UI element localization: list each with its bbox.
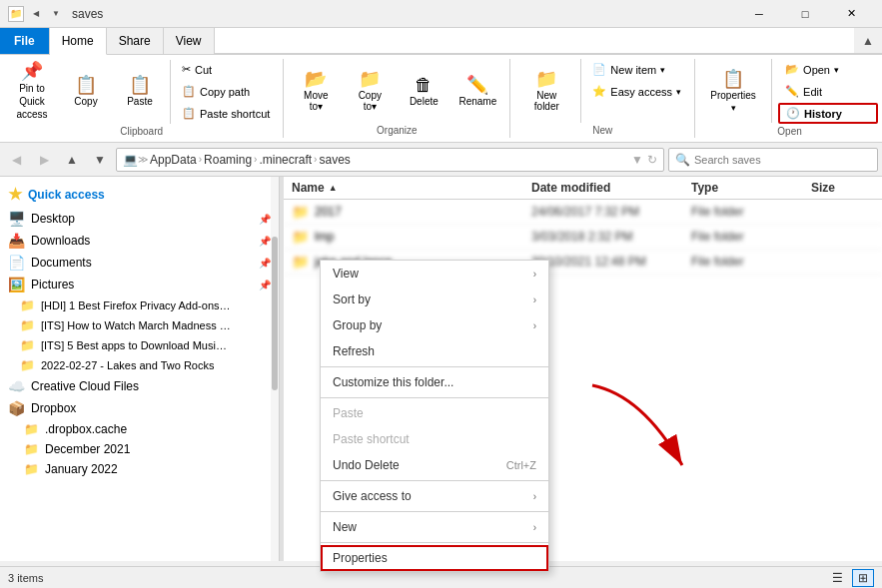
- history-button[interactable]: 🕐 History: [778, 103, 878, 124]
- open-label: Open: [803, 64, 830, 76]
- quick-access-header[interactable]: ★ Quick access: [0, 181, 279, 208]
- recent-button[interactable]: ▼: [88, 148, 112, 172]
- ctx-undo-delete[interactable]: Undo Delete Ctrl+Z: [321, 452, 548, 478]
- copy-button[interactable]: 📋 Copy: [60, 60, 112, 124]
- move-to-button[interactable]: 📂 Moveto▾: [290, 59, 342, 123]
- paste-shortcut-button[interactable]: 📋 Paste shortcut: [175, 103, 277, 124]
- col-header-size[interactable]: Size: [811, 181, 882, 195]
- star-icon: ★: [8, 185, 22, 204]
- path-minecraft[interactable]: .minecraft: [259, 153, 312, 167]
- easy-access-button[interactable]: ⭐ Easy access ▾: [585, 81, 688, 102]
- pin-icon: 📌: [21, 62, 43, 80]
- edit-label: Edit: [803, 86, 822, 98]
- properties-button[interactable]: 📋 Properties ▾: [701, 59, 765, 123]
- ctx-properties[interactable]: Properties: [321, 545, 548, 571]
- creative-cloud-label: Creative Cloud Files: [31, 379, 139, 393]
- divider: [170, 60, 171, 124]
- ctx-view[interactable]: View ›: [321, 261, 548, 287]
- address-dropdown[interactable]: ▼: [631, 153, 643, 167]
- sidebar-item-dropbox[interactable]: 📦 Dropbox: [0, 397, 279, 419]
- sidebar-item-downloads[interactable]: 📥 Downloads 📌: [0, 230, 279, 252]
- refresh-button[interactable]: ↻: [647, 153, 657, 167]
- rename-icon: ✏️: [466, 76, 488, 94]
- clipboard-label: Clipboard: [120, 126, 163, 139]
- sidebar-item-pictures[interactable]: 🖼️ Pictures 📌: [0, 274, 279, 295]
- sidebar-item-recent-2[interactable]: 📁 [ITS] How to Watch March Madness 202..…: [0, 315, 279, 335]
- sidebar-item-desktop[interactable]: 🖥️ Desktop 📌: [0, 208, 279, 230]
- path-saves[interactable]: saves: [319, 153, 350, 167]
- paste-button[interactable]: 📋 Paste: [114, 60, 166, 124]
- sidebar-scrollbar[interactable]: [271, 177, 279, 561]
- copy-path-icon: 📋: [182, 85, 196, 98]
- search-input[interactable]: [694, 154, 871, 166]
- properties-icon: 📋: [722, 70, 744, 88]
- forward-button[interactable]: ▶: [32, 148, 56, 172]
- documents-label: Documents: [31, 256, 92, 270]
- pin-quick-access-button[interactable]: 📌 Pin to Quickaccess: [6, 60, 58, 124]
- sidebar-item-recent-3[interactable]: 📁 [ITS] 5 Best apps to Download Music on…: [0, 335, 279, 355]
- copy-path-button[interactable]: 📋 Copy path: [175, 81, 277, 102]
- rename-button[interactable]: ✏️ Rename: [451, 59, 503, 123]
- sidebar-item-creative-cloud[interactable]: ☁️ Creative Cloud Files: [0, 375, 279, 397]
- tab-file[interactable]: File: [0, 28, 50, 54]
- sidebar-item-january[interactable]: 📁 January 2022: [0, 459, 279, 479]
- ctx-customize[interactable]: Customize this folder...: [321, 369, 548, 395]
- folder-icon-3: 📁: [20, 338, 35, 352]
- sidebar-item-recent-4[interactable]: 📁 2022-02-27 - Lakes and Two Rocks: [0, 355, 279, 375]
- search-bar[interactable]: 🔍: [668, 148, 878, 172]
- view-details-button[interactable]: ☰: [826, 569, 848, 587]
- copy-to-icon: 📁: [359, 70, 381, 88]
- path-appdata[interactable]: AppData: [150, 153, 197, 167]
- window-controls: ─ □ ✕: [736, 0, 874, 28]
- col-name-label: Name: [292, 181, 325, 195]
- new-folder-button[interactable]: 📁 Newfolder: [516, 59, 576, 123]
- open-button[interactable]: 📂 Open ▾: [778, 59, 878, 80]
- ctx-undo-label: Undo Delete: [333, 458, 400, 472]
- col-header-name[interactable]: Name ▲: [292, 181, 531, 195]
- up-button[interactable]: ▲: [60, 148, 84, 172]
- maximize-button[interactable]: □: [782, 0, 828, 28]
- customize-icon: ▼: [48, 6, 64, 22]
- ctx-group-label: Group by: [333, 318, 382, 332]
- view-tiles-button[interactable]: ⊞: [852, 569, 874, 587]
- cut-button[interactable]: ✂ Cut: [175, 59, 277, 80]
- sidebar-item-recent-1[interactable]: 📁 [HDI] 1 Best Firefox Privacy Add-ons f…: [0, 295, 279, 315]
- col-header-date[interactable]: Date modified: [531, 181, 691, 195]
- ctx-give-access[interactable]: Give access to ›: [321, 483, 548, 509]
- clipboard-group: 📌 Pin to Quickaccess 📋 Copy 📋 Paste ✂ Cu…: [0, 59, 284, 138]
- delete-button[interactable]: 🗑 Delete: [398, 59, 449, 123]
- minimize-button[interactable]: ─: [736, 0, 782, 28]
- folder-icon-4: 📁: [20, 358, 35, 372]
- ctx-new[interactable]: New ›: [321, 514, 548, 540]
- close-button[interactable]: ✕: [828, 0, 874, 28]
- ctx-refresh[interactable]: Refresh: [321, 338, 548, 364]
- table-row[interactable]: 📁 2017 24/06/2017 7:32 PM File folder: [284, 200, 882, 225]
- tab-home[interactable]: Home: [50, 28, 107, 55]
- ctx-sep-4: [321, 511, 548, 512]
- sort-arrow: ▲: [329, 183, 338, 193]
- path-roaming[interactable]: Roaming: [204, 153, 252, 167]
- sidebar-item-dropbox-cache[interactable]: 📁 .dropbox.cache: [0, 419, 279, 439]
- paste-shortcut-label: Paste shortcut: [200, 108, 270, 120]
- ribbon-tabs: File Home Share View ▲: [0, 28, 882, 54]
- col-header-type[interactable]: Type: [691, 181, 811, 195]
- ctx-sort-by[interactable]: Sort by ›: [321, 287, 548, 312]
- table-row[interactable]: 📁 lmp 3/03/2018 2:32 PM File folder: [284, 225, 882, 250]
- dropbox-icon: 📦: [8, 400, 25, 416]
- tab-share[interactable]: Share: [107, 28, 164, 54]
- path-sep-3: ›: [314, 154, 317, 165]
- sidebar-item-december[interactable]: 📁 December 2021: [0, 439, 279, 459]
- edit-button[interactable]: ✏️ Edit: [778, 81, 878, 102]
- dropbox-cache-icon: 📁: [24, 422, 39, 436]
- new-item-button[interactable]: 📄 New item ▾: [585, 59, 688, 80]
- documents-icon: 📄: [8, 255, 25, 271]
- ctx-group-by[interactable]: Group by ›: [321, 312, 548, 338]
- address-bar[interactable]: 💻 ≫ AppData › Roaming › .minecraft › sav…: [116, 148, 664, 172]
- tab-view[interactable]: View: [164, 28, 215, 54]
- sidebar: ★ Quick access 🖥️ Desktop 📌 📥 Downloads …: [0, 177, 280, 561]
- back-button[interactable]: ◀: [4, 148, 28, 172]
- sidebar-item-documents[interactable]: 📄 Documents 📌: [0, 252, 279, 274]
- copy-to-button[interactable]: 📁 Copyto▾: [344, 59, 396, 123]
- path-sep-1: ›: [199, 154, 202, 165]
- desktop-icon: 🖥️: [8, 211, 25, 227]
